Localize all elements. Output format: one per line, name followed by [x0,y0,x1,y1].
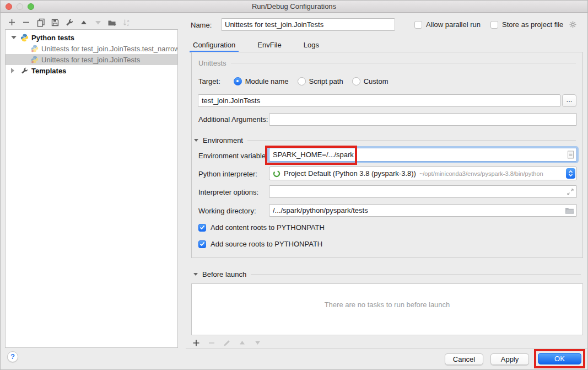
interpreter-options-input[interactable] [269,187,567,196]
add-task-icon[interactable] [191,338,201,347]
additional-arguments-field[interactable] [269,113,577,126]
gear-icon[interactable] [569,20,577,29]
collapse-icon[interactable] [11,36,17,39]
browse-button[interactable]: ... [562,94,576,107]
interpreter-options-field[interactable] [269,185,577,198]
checkbox-checked-icon[interactable] [198,224,206,232]
add-source-roots-checkbox[interactable]: Add source roots to PYTHONPATH [198,240,322,248]
radio-unselected-icon[interactable] [298,77,306,85]
configurations-tree: Python tests Unittests for test_join.Joi… [5,29,178,348]
before-launch-header[interactable]: Before launch [193,270,581,278]
unittests-group-header: Unittests [198,59,576,67]
before-launch-label: Before launch [202,270,246,278]
target-radio-group: Module name Script path Custom [234,77,389,85]
annotation-box-ok: OK [534,349,585,368]
tree-item-label: Unittests for test_join.JoinTests.test_n… [41,45,178,53]
checkbox-unchecked-icon[interactable] [414,21,422,29]
environment-variables-input[interactable] [269,151,567,159]
configuration-panel: Unittests Target: Module name Script pat… [191,52,583,258]
templates-wrench-icon [20,67,29,75]
radio-unselected-icon[interactable] [352,77,360,85]
tab-configuration[interactable]: Configuration [191,38,237,52]
before-launch-task-list[interactable]: There are no tasks to run before launch [191,283,583,335]
edit-task-icon[interactable] [222,338,231,347]
edit-variables-icon[interactable] [567,151,574,159]
interpreter-options-label: Interpreter options: [198,188,258,196]
radio-label: Module name [245,77,289,85]
working-directory-field[interactable] [269,204,577,217]
target-row: Target: Module name Script path Custom [198,76,388,87]
ok-button[interactable]: OK [538,353,581,364]
name-label: Name: [191,21,212,29]
copy-icon[interactable] [36,18,45,27]
radio-custom[interactable]: Custom [352,77,389,85]
svg-text:a: a [127,19,129,23]
folder-icon[interactable] [565,207,574,214]
move-down-icon[interactable] [93,18,103,27]
module-name-field[interactable] [198,94,560,107]
collapse-icon[interactable] [193,273,198,276]
divider [231,63,576,63]
tree-item-label: Python tests [31,34,74,42]
python-interpreter-value: Project Default (Python 3.8 (pyspark-3.8… [284,169,416,178]
tab-envfile[interactable]: EnvFile [256,38,283,52]
environment-section-header[interactable]: Environment [194,136,576,144]
radio-selected-icon[interactable] [234,77,242,85]
environment-section-label: Environment [203,136,243,144]
svg-text:z: z [127,23,129,26]
move-task-down-icon[interactable] [253,338,262,347]
remove-icon[interactable] [21,18,31,27]
python-interpreter-select[interactable]: Project Default (Python 3.8 (pyspark-3.8… [269,167,577,180]
collapse-icon[interactable] [194,139,198,142]
python-interpreter-path: ~/opt/miniconda3/envs/pyspark-3.8/bin/py… [419,170,543,177]
new-folder-icon[interactable] [107,18,117,27]
checkbox-checked-icon[interactable] [198,240,206,248]
tree-item-python-tests[interactable]: Python tests [6,32,177,43]
save-icon[interactable] [50,18,60,27]
working-directory-label: Working directory: [198,207,256,215]
before-launch-empty-text: There are no tasks to run before launch [192,301,582,309]
checkbox-unchecked-icon[interactable] [490,21,498,29]
python-tests-icon [20,34,29,42]
add-source-roots-label: Add source roots to PYTHONPATH [211,240,322,248]
tree-item-templates[interactable]: Templates [6,65,177,76]
expand-field-icon[interactable] [567,188,574,196]
dropdown-arrows-icon[interactable] [566,168,575,179]
help-button[interactable]: ? [7,351,18,362]
unittests-group-label: Unittests [198,59,226,67]
tree-item-unittests-test-narrow[interactable]: Unittests for test_join.JoinTests.test_n… [6,43,177,54]
expand-icon[interactable] [11,68,17,73]
name-input[interactable] [221,18,395,31]
radio-script-path[interactable]: Script path [298,77,343,85]
edit-templates-icon[interactable] [64,18,74,27]
divider [186,348,588,349]
store-as-project-file-checkbox[interactable]: Store as project file [490,20,563,29]
tree-item-unittests-jointests[interactable]: Unittests for test_join.JoinTests [6,54,177,65]
sort-alphabetically-icon[interactable]: az [122,18,131,27]
configurations-toolbar: az [7,18,131,27]
apply-button[interactable]: Apply [490,353,529,365]
allow-parallel-run-checkbox[interactable]: Allow parallel run [414,20,481,29]
additional-arguments-label: Additional Arguments: [198,115,268,124]
config-tabs: Configuration EnvFile Logs [191,38,321,52]
divider [247,140,576,141]
python-run-config-icon [31,56,39,63]
environment-variables-field[interactable] [269,148,577,162]
add-content-roots-checkbox[interactable]: Add content roots to PYTHONPATH [198,223,325,232]
tree-item-label: Templates [31,67,66,75]
run-debug-configurations-dialog: Run/Debug Configurations az Python test [0,0,588,370]
add-content-roots-label: Add content roots to PYTHONPATH [211,223,325,232]
remove-task-icon[interactable] [207,338,216,347]
python-interpreter-label: Python interpreter: [198,170,257,178]
move-up-icon[interactable] [79,18,88,27]
radio-module-name[interactable]: Module name [234,77,289,85]
cancel-button[interactable]: Cancel [445,353,483,365]
radio-label: Script path [309,77,343,85]
add-icon[interactable] [7,18,17,27]
window-title: Run/Debug Configurations [1,2,587,10]
working-directory-input[interactable] [269,206,565,215]
conda-environment-icon [273,170,280,178]
titlebar: Run/Debug Configurations [1,1,587,13]
tab-logs[interactable]: Logs [302,38,321,52]
move-task-up-icon[interactable] [238,338,247,347]
